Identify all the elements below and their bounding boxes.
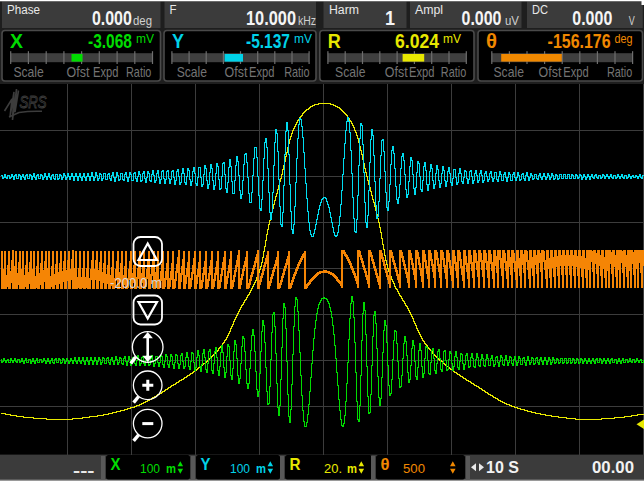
svg-text:00.00: 00.00 [592,458,634,476]
svg-text:-3.068: -3.068 [88,30,132,52]
svg-text:mV: mV [136,31,154,46]
svg-text:DC: DC [532,3,548,17]
svg-text:m: m [256,461,266,476]
svg-text:Ratio: Ratio [284,64,309,80]
svg-text:---: --- [73,462,95,479]
svg-text:Y: Y [201,455,211,473]
svg-text:Expd: Expd [93,64,118,80]
svg-text:R: R [290,455,301,473]
svg-text:mV: mV [294,31,312,46]
svg-text:Ofst: Ofst [225,64,248,80]
svg-text:mV: mV [443,31,461,46]
svg-text:kHz: kHz [298,14,316,28]
svg-text:X: X [10,30,23,52]
svg-text:Phase: Phase [7,3,40,17]
svg-text:Scale: Scale [494,64,524,80]
svg-text:500: 500 [403,462,425,476]
svg-text:Scale: Scale [335,64,365,80]
svg-text:-5.137: -5.137 [246,30,290,52]
svg-text:1: 1 [385,7,395,29]
svg-text:Harm: Harm [329,3,359,17]
svg-text:0.000: 0.000 [462,7,502,29]
svg-text:Expd: Expd [249,64,274,80]
svg-text:Ampl: Ampl [415,3,443,17]
svg-text:Ratio: Ratio [607,64,632,80]
svg-text:Ratio: Ratio [126,64,151,80]
svg-text:20.: 20. [324,462,342,476]
svg-text:θ: θ [381,455,390,473]
svg-text:R: R [328,30,341,52]
svg-text:-156.176: -156.176 [548,30,611,52]
svg-text:Ofst: Ofst [385,64,408,80]
svg-text:-200.0 m: -200.0 m [110,275,162,291]
svg-text:100: 100 [140,462,160,476]
svg-text:Ratio: Ratio [441,64,466,80]
svg-text:100: 100 [230,462,250,476]
svg-text:0.000: 0.000 [92,7,132,29]
svg-text:uV: uV [505,14,520,28]
svg-text:10.000: 10.000 [246,7,296,29]
svg-text:X: X [111,455,121,473]
svg-text:10 S: 10 S [486,458,519,476]
svg-text:6.024: 6.024 [395,30,439,52]
svg-text:deg: deg [615,31,633,46]
svg-text:0.000: 0.000 [572,7,612,29]
svg-text:Expd: Expd [563,64,588,80]
svg-text:m: m [166,461,176,476]
svg-text:deg: deg [133,14,152,28]
svg-text:Scale: Scale [13,64,43,80]
svg-text:Y: Y [172,30,184,52]
svg-text:F: F [170,3,177,17]
svg-text:m: m [347,461,357,476]
svg-text:Expd: Expd [409,64,434,80]
svg-text:Ofst: Ofst [67,64,90,80]
svg-text:SRS: SRS [20,93,47,111]
svg-text:θ: θ [486,30,497,52]
svg-text:Ofst: Ofst [539,64,562,80]
svg-text:V: V [629,14,635,28]
svg-text:Scale: Scale [177,64,207,80]
